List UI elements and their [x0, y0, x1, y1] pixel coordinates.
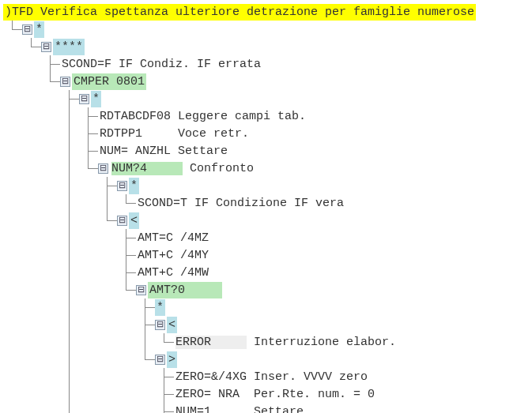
tree-row[interactable]: ⊟ *	[3, 21, 529, 38]
op-label: *	[129, 178, 139, 194]
tree-row[interactable]: NUM= ANZHL Settare	[3, 142, 529, 160]
leaf-label: ERROR Interruzione elabor.	[174, 334, 398, 351]
tree-row[interactable]: ZERO= NRA Per.Rte. num. = 0	[3, 385, 529, 403]
op-label: *	[155, 299, 165, 316]
leaf-label: SCOND=T IF Condizione IF vera	[136, 195, 345, 212]
tree-row[interactable]: SCOND=T IF Condizione IF vera	[3, 194, 529, 212]
op-label: *	[34, 21, 44, 38]
node-label: NUM?4 Confronto	[110, 160, 255, 177]
tree-row[interactable]: AMT=C /4MZ	[3, 229, 529, 246]
leaf-label: AMT+C /4MW	[136, 265, 210, 281]
collapse-icon[interactable]: ⊟	[79, 94, 89, 104]
node-label: CMPER 0801	[72, 73, 146, 90]
tree-row[interactable]: ⊟ *	[3, 90, 529, 107]
tree-row[interactable]: ⊟ ****	[3, 38, 529, 55]
tree-row[interactable]: ERROR Interruzione elabor.	[3, 333, 529, 351]
tree-row[interactable]: ⊟ <	[3, 212, 529, 229]
leaf-label: RDTABCDF08 Leggere campi tab.	[98, 108, 308, 125]
node-label: AMT?0	[148, 282, 222, 298]
leaf-label: AMT+C /4MY	[136, 247, 210, 264]
collapse-icon[interactable]: ⊟	[22, 24, 32, 35]
tree-row[interactable]: ⊟ <	[3, 316, 529, 333]
tree-row[interactable]: *	[3, 298, 529, 316]
tree-row[interactable]: AMT+C /4MW	[3, 264, 529, 281]
leaf-label: AMT=C /4MZ	[136, 230, 210, 246]
tree-row[interactable]: AMT+C /4MY	[3, 246, 529, 264]
collapse-icon[interactable]: ⊟	[136, 285, 146, 295]
leaf-label: ZERO= NRA Per.Rte. num. = 0	[174, 386, 376, 403]
tree-row[interactable]: )TFD Verifica spettanza ulteriore detraz…	[3, 3, 529, 21]
op-label: <	[167, 317, 177, 333]
tree-row[interactable]: ZERO=&/4XG Inser. VVVV zero	[3, 368, 529, 385]
leaf-label: SCOND=F IF Condiz. IF errata	[60, 56, 262, 73]
tree-row[interactable]: ⊟ NUM?4 Confronto	[3, 160, 529, 177]
collapse-icon[interactable]: ⊟	[155, 355, 165, 365]
tree-row[interactable]: RDTABCDF08 Leggere campi tab.	[3, 107, 529, 125]
leaf-label: NUM= ANZHL Settare	[98, 143, 229, 160]
tree-row[interactable]: ⊟ >	[3, 351, 529, 368]
collapse-icon[interactable]: ⊟	[117, 181, 127, 191]
collapse-icon[interactable]: ⊟	[155, 320, 165, 330]
root-label: )TFD Verifica spettanza ulteriore detraz…	[3, 4, 476, 21]
tree-row[interactable]: RDTPP1 Voce retr.	[3, 125, 529, 142]
op-label: <	[129, 212, 139, 229]
leaf-label: ZERO=&/4XG Inser. VVVV zero	[174, 369, 369, 385]
tree-row[interactable]: ⊟ *	[3, 177, 529, 194]
tree-row[interactable]: ⊟ AMT?0	[3, 281, 529, 298]
leaf-label: RDTPP1 Voce retr.	[98, 126, 251, 142]
collapse-icon[interactable]: ⊟	[60, 77, 70, 87]
op-label: ****	[53, 39, 85, 55]
tree-row[interactable]: ⊟ CMPER 0801	[3, 73, 529, 90]
tree-row[interactable]: SCOND=F IF Condiz. IF errata	[3, 55, 529, 73]
collapse-icon[interactable]: ⊟	[98, 163, 108, 174]
collapse-icon[interactable]: ⊟	[117, 216, 127, 226]
rule-tree: )TFD Verifica spettanza ulteriore detraz…	[3, 3, 529, 413]
leaf-label: NUM=1 Settare	[174, 404, 305, 414]
collapse-icon[interactable]: ⊟	[41, 42, 51, 52]
tree-row[interactable]: NUM=1 Settare	[3, 403, 529, 413]
op-label: *	[91, 91, 101, 107]
op-label: >	[167, 351, 177, 368]
